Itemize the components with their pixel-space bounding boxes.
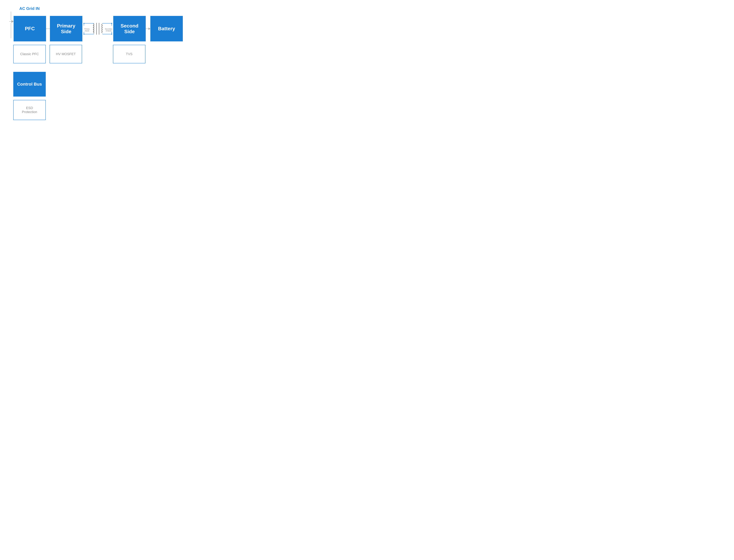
primary-side-label: Primary Side [57, 23, 75, 34]
pfc-block: PFC [14, 16, 46, 41]
hv-mosfet-label: HV MOSFET [56, 52, 76, 56]
transformer-area: Primary (Input) Secondary (Output) [82, 21, 113, 36]
input-connection [9, 12, 14, 41]
battery-block: Battery [150, 16, 183, 41]
primary-side-block: Primary Side [50, 16, 82, 41]
ac-grid-label: AC Grid IN [19, 6, 40, 11]
classic-pfc-label: Classic PFC [20, 52, 39, 56]
svg-text:(Input): (Input) [85, 30, 89, 32]
hv-mosfet-block: HV MOSFET [50, 45, 82, 63]
connector-second-battery [146, 27, 150, 30]
esd-protection-label: ESD Protection [22, 106, 37, 114]
pfc-label: PFC [25, 26, 35, 32]
tvs-block: TVS [113, 45, 145, 63]
svg-text:(Output): (Output) [106, 30, 112, 32]
connector-pfc-primary [46, 29, 50, 29]
battery-label: Battery [158, 26, 175, 32]
svg-text:Secondary: Secondary [105, 28, 112, 30]
control-bus-block: Control Bus [13, 72, 46, 97]
svg-text:Primary: Primary [84, 28, 90, 30]
classic-pfc-block: Classic PFC [13, 45, 46, 63]
control-bus-label: Control Bus [17, 82, 42, 87]
second-side-block: Second Side [113, 16, 146, 41]
tvs-label: TVS [126, 52, 133, 56]
esd-protection-block: ESD Protection [13, 100, 46, 120]
second-side-label: Second Side [121, 23, 138, 34]
